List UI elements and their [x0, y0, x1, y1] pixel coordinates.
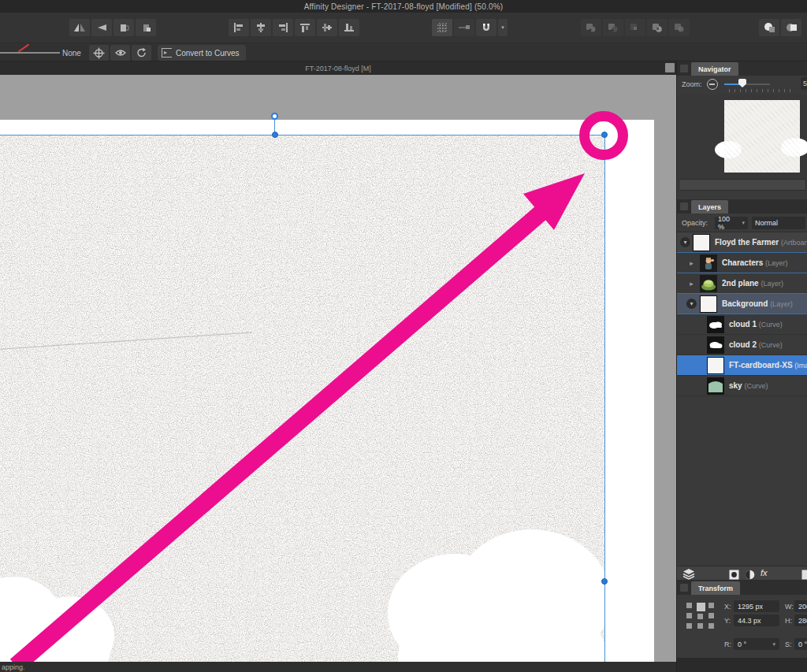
annotation-circle — [579, 111, 628, 160]
layer-thumbnail[interactable] — [707, 357, 724, 374]
move-backward-icon[interactable] — [136, 19, 156, 36]
x-field[interactable]: 1295 px — [734, 600, 779, 612]
opacity-field[interactable]: 100 % — [715, 217, 748, 229]
boolean-subtract-icon[interactable] — [603, 19, 623, 36]
layer-row-characters[interactable]: Characters (Layer) — [677, 253, 807, 273]
tab-transform[interactable]: Transform — [691, 581, 740, 595]
expand-arrow-icon[interactable] — [686, 258, 697, 268]
collapse-arrow-icon[interactable] — [680, 237, 690, 247]
move-forward-icon[interactable] — [113, 19, 134, 36]
align-center-horizontal-icon[interactable] — [251, 19, 271, 36]
layer-type: (Layer) — [761, 280, 783, 288]
layer-thumbnail[interactable] — [707, 316, 724, 333]
align-bottom-icon[interactable] — [339, 19, 359, 36]
layer-thumbnail[interactable] — [707, 336, 724, 354]
transform-origin-icon[interactable] — [89, 45, 109, 61]
layer-name: Characters — [722, 258, 763, 267]
convert-to-curves-label: Convert to Curves — [176, 49, 240, 58]
layers-options-row: Opacity: 100 % Normal — [677, 213, 807, 232]
zoom-value-field[interactable]: 5 — [801, 77, 807, 90]
stroke-style-preview[interactable] — [0, 44, 60, 61]
layers-tabstrip: Layers — [677, 199, 807, 213]
context-toolbar: None Convert to Curves — [0, 44, 807, 61]
expand-arrow-icon[interactable] — [686, 278, 697, 288]
context-buttons-group — [89, 45, 151, 61]
layer-type: (Image) — [794, 362, 807, 369]
flip-horizontal-icon[interactable] — [69, 19, 90, 36]
x-label: X: — [724, 603, 731, 611]
navigator-info-field[interactable] — [679, 179, 806, 191]
panel-collapse-icon[interactable] — [680, 65, 688, 72]
y-field[interactable]: 44.3 px — [734, 614, 779, 626]
align-right-icon[interactable] — [273, 19, 293, 36]
fx-icon[interactable]: fx — [761, 568, 768, 577]
blend-mode-select[interactable]: Normal — [752, 217, 805, 229]
insert-inside-icon[interactable] — [781, 19, 801, 36]
layer-thumbnail[interactable] — [700, 275, 717, 292]
tab-navigator[interactable]: Navigator — [691, 62, 738, 76]
snapping-options-icon[interactable] — [498, 19, 508, 36]
w-field[interactable]: 2068. — [794, 600, 807, 612]
w-label: W: — [785, 603, 794, 611]
main-toolbar — [0, 13, 807, 43]
layer-row-background[interactable]: Background (Layer) — [677, 294, 807, 314]
layer-row-ft-cardboard-xs[interactable]: FT-cardboard-XS (Image) — [677, 355, 807, 376]
r-label: R: — [724, 640, 731, 648]
layer-type: (Curve) — [744, 382, 768, 390]
layer-thumbnail[interactable] — [707, 377, 724, 395]
layer-row-floyd-the-farmer[interactable]: Floyd the Farmer (Artboard) — [677, 232, 807, 253]
convert-to-curves-button[interactable]: Convert to Curves — [158, 45, 246, 61]
s-field[interactable]: 0 ° — [794, 638, 807, 650]
layer-row-cloud-1[interactable]: cloud 1 (Curve) — [677, 314, 807, 335]
zoom-slider-handle[interactable] — [738, 79, 746, 87]
insert-behind-icon[interactable] — [759, 19, 779, 36]
layer-row-2nd-plane[interactable]: 2nd plane (Layer) — [677, 273, 807, 294]
snapping-magnet-icon[interactable] — [476, 19, 496, 36]
stroke-none-slash-icon — [18, 44, 29, 53]
collapse-arrow-icon[interactable] — [686, 299, 697, 309]
force-pixel-alignment-icon[interactable] — [454, 19, 474, 36]
zoom-out-icon[interactable] — [707, 79, 718, 90]
insert-tools-group — [759, 19, 801, 36]
boolean-intersect-icon[interactable] — [625, 19, 645, 36]
layer-thumbnail[interactable] — [693, 234, 710, 251]
layer-thumbnail[interactable] — [700, 254, 717, 272]
canvas-viewport[interactable] — [0, 75, 676, 662]
document-tab[interactable]: FT-2017-08-floyd [M] — [305, 65, 371, 72]
status-bar: apping. — [0, 662, 676, 672]
cycle-selection-box-icon[interactable] — [132, 45, 151, 61]
align-left-icon[interactable] — [229, 19, 249, 36]
align-top-icon[interactable] — [295, 19, 315, 36]
tab-layers[interactable]: Layers — [691, 200, 728, 213]
tab-overflow-button[interactable] — [665, 63, 675, 72]
annotation-arrow — [0, 75, 676, 662]
h-field[interactable]: 2805. — [794, 614, 807, 626]
boolean-divide-icon[interactable] — [647, 19, 668, 36]
snapping-tools-group — [432, 19, 508, 36]
panel-bottom-strip — [677, 658, 807, 672]
boolean-combine-icon[interactable] — [669, 19, 690, 36]
h-label: H: — [785, 617, 792, 625]
edit-all-layers-icon[interactable] — [110, 45, 130, 61]
zoom-slider-ticks — [729, 89, 792, 92]
align-middle-vertical-icon[interactable] — [317, 19, 337, 36]
y-label: Y: — [724, 617, 731, 625]
status-text: apping. — [0, 663, 25, 671]
r-field[interactable]: 0 ° — [734, 638, 779, 650]
flip-vertical-icon[interactable] — [91, 19, 112, 36]
anchor-point-selector[interactable] — [686, 603, 713, 629]
titlebar: Affinity Designer - FT-2017-08-floyd [Mo… — [0, 0, 807, 13]
panel-collapse-icon[interactable] — [680, 584, 688, 592]
layer-row-sky[interactable]: sky (Curve) — [677, 376, 807, 396]
s-label: S: — [785, 640, 792, 648]
layer-name: Background — [722, 299, 768, 308]
transform-tools-group — [69, 19, 156, 36]
navigator-thumbnail[interactable] — [724, 100, 800, 173]
transform-tabstrip: Transform — [677, 581, 807, 595]
boolean-add-icon[interactable] — [581, 19, 601, 36]
panel-collapse-icon[interactable] — [680, 202, 688, 210]
show-grid-icon[interactable] — [432, 19, 452, 36]
layer-thumbnail[interactable] — [700, 295, 717, 313]
layer-row-cloud-2[interactable]: cloud 2 (Curve) — [677, 335, 807, 355]
boolean-tools-group — [581, 19, 690, 36]
